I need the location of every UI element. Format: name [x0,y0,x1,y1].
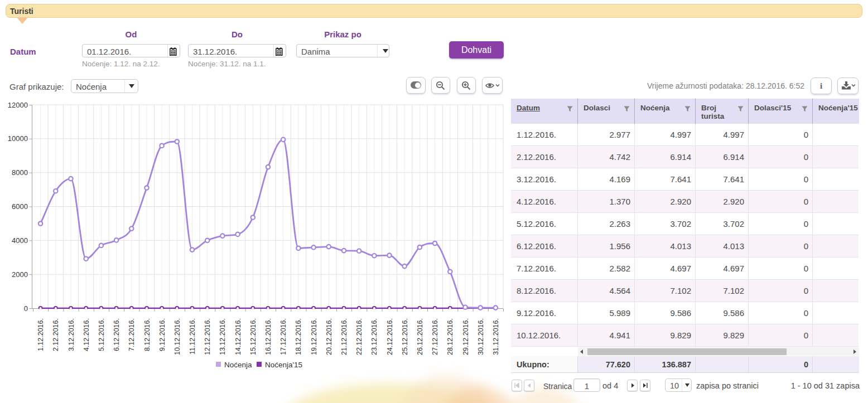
svg-text:20.12.2016.: 20.12.2016. [325,318,333,355]
svg-text:1.12.2016.: 1.12.2016. [37,318,45,351]
svg-text:5.12.2016.: 5.12.2016. [98,318,105,351]
svg-text:Noćenja: Noćenja [224,361,252,369]
svg-text:27.12.2016.: 27.12.2016. [431,318,439,355]
svg-text:19.12.2016.: 19.12.2016. [310,318,318,355]
svg-text:22.12.2016.: 22.12.2016. [355,318,363,355]
svg-text:8000: 8000 [12,168,28,177]
svg-text:Noćenja'15: Noćenja'15 [265,361,302,369]
svg-text:2000: 2000 [12,270,28,279]
svg-text:24.12.2016.: 24.12.2016. [386,318,394,355]
svg-text:11.12.2016.: 11.12.2016. [189,318,196,355]
svg-text:23.12.2016.: 23.12.2016. [370,318,378,355]
svg-text:9.12.2016.: 9.12.2016. [158,318,166,351]
svg-text:12.12.2016.: 12.12.2016. [204,318,211,355]
svg-text:18.12.2016.: 18.12.2016. [295,318,302,355]
svg-text:17.12.2016.: 17.12.2016. [279,318,287,355]
svg-text:4000: 4000 [12,236,28,245]
svg-text:7.12.2016.: 7.12.2016. [128,318,136,351]
svg-text:31.12.2016.: 31.12.2016. [492,318,500,355]
svg-text:28.12.2016.: 28.12.2016. [446,318,454,355]
svg-text:8.12.2016.: 8.12.2016. [143,318,151,351]
svg-text:6000: 6000 [12,202,28,211]
svg-text:3.12.2016.: 3.12.2016. [67,318,75,351]
svg-text:30.12.2016.: 30.12.2016. [477,318,485,355]
svg-text:13.12.2016.: 13.12.2016. [219,318,226,355]
svg-text:14.12.2016.: 14.12.2016. [234,318,242,355]
svg-text:10.12.2016.: 10.12.2016. [173,318,181,355]
svg-text:21.12.2016.: 21.12.2016. [340,318,348,355]
svg-text:26.12.2016.: 26.12.2016. [416,318,424,355]
svg-text:12000: 12000 [8,101,28,109]
svg-text:6.12.2016.: 6.12.2016. [113,318,120,351]
svg-text:29.12.2016.: 29.12.2016. [462,318,470,355]
svg-text:4.12.2016.: 4.12.2016. [83,318,90,351]
svg-text:0: 0 [24,304,28,313]
svg-text:16.12.2016.: 16.12.2016. [264,318,272,355]
svg-text:10000: 10000 [8,134,28,143]
svg-text:15.12.2016.: 15.12.2016. [249,318,257,355]
svg-text:25.12.2016.: 25.12.2016. [401,318,409,355]
svg-text:2.12.2016.: 2.12.2016. [52,318,60,351]
